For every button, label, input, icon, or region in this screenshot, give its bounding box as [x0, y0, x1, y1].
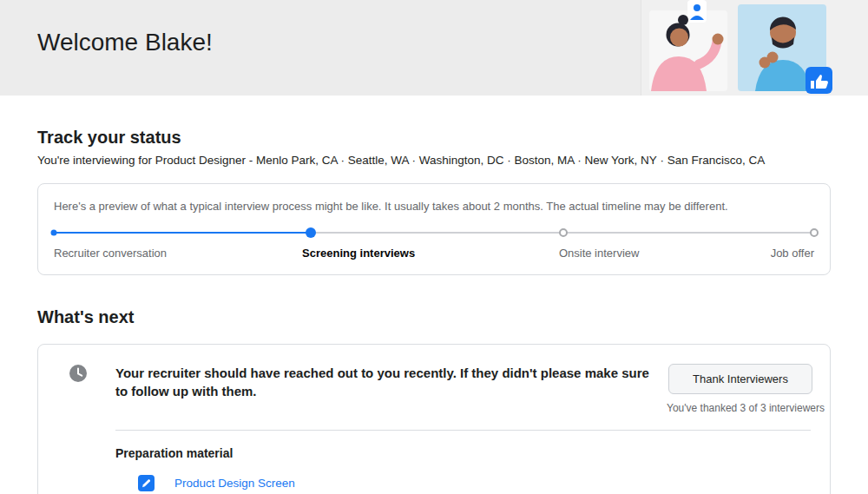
step-labels: Recruiter conversation Screening intervi… — [54, 247, 814, 260]
track-status-section: Track your status You're interviewing fo… — [37, 128, 831, 275]
thank-action-group: Thank Interviewers You've thanked 3 of 3… — [667, 364, 812, 414]
main-content: Track your status You're interviewing fo… — [0, 128, 868, 494]
whats-next-section: What's next Your recruiter should have r… — [37, 307, 831, 494]
recruiter-followup-row: Your recruiter should have reached out t… — [56, 364, 812, 414]
progress-timeline — [54, 227, 814, 239]
whats-next-card: Your recruiter should have reached out t… — [37, 344, 831, 494]
step-label-onsite-interview: Onsite interview — [559, 247, 639, 260]
welcome-title: Welcome Blake! — [37, 29, 213, 56]
step-dot-recruiter-conversation — [51, 230, 57, 236]
edit-icon — [138, 475, 155, 491]
step-dot-screening-interviews — [306, 227, 316, 238]
timeline-note: Here's a preview of what a typical inter… — [54, 200, 814, 213]
preparation-title: Preparation material — [115, 446, 812, 460]
clock-icon — [69, 364, 88, 386]
track-status-title: Track your status — [37, 128, 831, 148]
timeline-track-filled — [54, 232, 311, 234]
whats-next-title: What's next — [37, 307, 831, 327]
thanked-status-text: You've thanked 3 of 3 interviewers — [667, 402, 812, 414]
role-subtitle: You're interviewing for Product Designer… — [37, 154, 831, 167]
step-dot-job-offer — [810, 228, 819, 237]
product-design-screen-link[interactable]: Product Design Screen — [174, 477, 295, 490]
step-dot-onsite-interview — [559, 228, 568, 237]
step-label-job-offer: Job offer — [771, 247, 814, 260]
card-divider — [115, 430, 811, 431]
thumbs-up-icon — [806, 67, 832, 94]
people-illustration-svg — [635, 0, 839, 96]
step-label-screening-interviews: Screening interviews — [302, 247, 415, 260]
header: Welcome Blake! — [0, 0, 868, 96]
step-label-recruiter-conversation: Recruiter conversation — [54, 247, 167, 260]
thank-interviewers-button[interactable]: Thank Interviewers — [668, 364, 812, 394]
preparation-link-row[interactable]: Product Design Screen — [138, 475, 812, 491]
profile-badge-icon — [687, 0, 707, 23]
timeline-card: Here's a preview of what a typical inter… — [37, 183, 831, 275]
recruiter-followup-message: Your recruiter should have reached out t… — [115, 364, 649, 401]
preparation-block: Preparation material Product Design Scre… — [115, 446, 812, 491]
people-illustration — [635, 0, 839, 96]
